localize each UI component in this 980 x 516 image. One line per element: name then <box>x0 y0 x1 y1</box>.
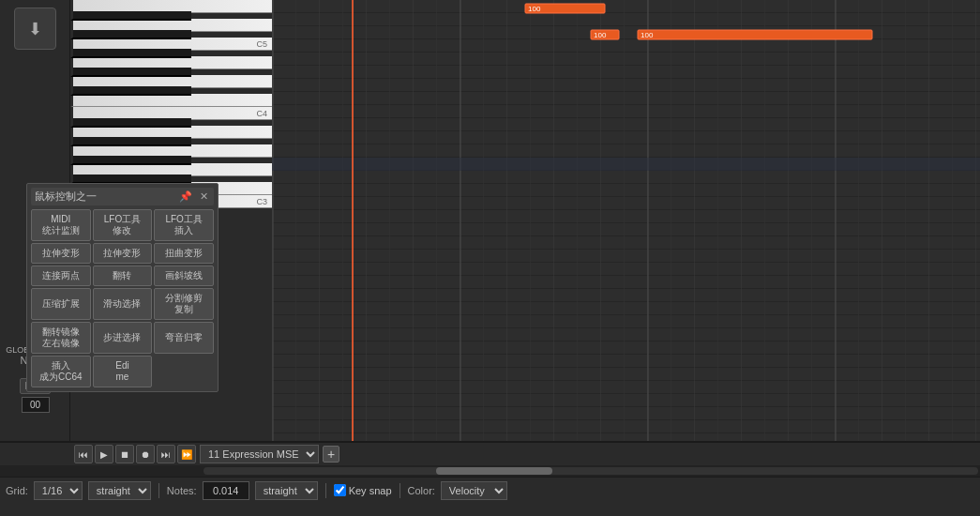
piano-key-black[interactable] <box>70 49 191 58</box>
ctrl-flip[interactable]: 翻转 <box>93 266 153 286</box>
notes-curve-select[interactable]: straight curve <box>255 481 318 500</box>
piano-key-black[interactable] <box>70 30 191 39</box>
key-snap-checkbox[interactable] <box>334 484 346 496</box>
ctrl-step-select[interactable]: 步进选择 <box>93 322 153 354</box>
piano-key-black[interactable] <box>70 86 191 96</box>
h-scrollbar[interactable] <box>0 465 980 477</box>
transport-play[interactable]: ▶ <box>95 445 113 463</box>
toolbar-separator-2 <box>325 483 326 498</box>
toolbar-separator-1 <box>158 483 159 498</box>
transport-next[interactable]: ⏭ <box>157 445 175 463</box>
ctrl-connect-two[interactable]: 连接两点 <box>70 266 91 286</box>
transport-stop[interactable]: ⏹ <box>115 445 134 463</box>
controls-grid: MIDI统计监测 LFO工具修改 LFO工具插入 拉伸变形 拉伸变形 扭曲变形 … <box>70 209 214 387</box>
controls-panel-title: 鼠标控制之一 <box>70 190 97 204</box>
piano-key-black[interactable] <box>70 137 191 146</box>
piano-key-black[interactable] <box>70 11 191 21</box>
ctrl-edit-me[interactable]: Edime <box>93 356 153 387</box>
svg-rect-14 <box>638 30 872 39</box>
grid-svg: 100 100 100 <box>272 0 980 441</box>
piano-key-white[interactable] <box>70 94 272 107</box>
ctrl-compress[interactable]: 压缩扩展 <box>70 288 91 320</box>
ctrl-split-copy[interactable]: 分割修剪复制 <box>154 288 214 320</box>
transport-controls: ⏮ ▶ ⏹ ⏺ ⏭ ⏩ <box>74 445 196 463</box>
ctrl-warp[interactable]: 扭曲变形 <box>154 243 214 264</box>
controls-panel-header: 鼠标控制之一 📌 ✕ <box>70 188 214 205</box>
scrollbar-track[interactable] <box>204 467 978 475</box>
grid-label: Grid: <box>6 485 28 496</box>
ctrl-slide-select[interactable]: 滑动选择 <box>93 288 153 320</box>
ctrl-midi-stats[interactable]: MIDI统计监测 <box>70 209 91 241</box>
automation-header: ⏮ ▶ ⏹ ⏺ ⏭ ⏩ 11 Expression MSE + <box>0 443 980 465</box>
controls-panel-icons: 📌 ✕ <box>177 190 210 203</box>
ctrl-flip-mirror[interactable]: 翻转镜像左右镜像 <box>70 322 91 354</box>
download-button[interactable]: ⬇ <box>14 8 56 50</box>
main-container: ⬇ GLOBAL AUTO NONE BPM 00 C5 <box>0 0 980 516</box>
scrollbar-left-spacer <box>0 465 202 477</box>
download-icon: ⬇ <box>28 19 42 39</box>
ctrl-draw-slope[interactable]: 画斜坡线 <box>154 266 214 286</box>
scrollbar-thumb[interactable] <box>436 467 552 475</box>
color-label: Color: <box>408 485 435 496</box>
svg-text:100: 100 <box>594 31 607 39</box>
automation-select[interactable]: 11 Expression MSE <box>200 445 319 463</box>
ctrl-stretch-left[interactable]: 拉伸变形 <box>70 243 91 264</box>
piano-roll-grid[interactable]: 100 100 100 <box>272 0 980 441</box>
piano-inner: C5 C4 C3 <box>70 0 272 208</box>
ctrl-stretch-left2[interactable]: 拉伸变形 <box>93 243 153 264</box>
svg-rect-9 <box>352 0 354 441</box>
panel-close-btn[interactable]: ✕ <box>198 190 210 203</box>
piano-key-black[interactable] <box>70 68 191 77</box>
bottom-toolbar: Grid: 1/16 1/8 1/4 straight curve Notes:… <box>0 477 980 503</box>
ctrl-bend-restore[interactable]: 弯音归零 <box>154 322 214 354</box>
panel-pin-btn[interactable]: 📌 <box>177 190 194 203</box>
bpm-value: 00 <box>22 397 50 413</box>
color-select[interactable]: Velocity Channel Pitch <box>441 481 507 500</box>
piano-wrapper: C5 C4 C3 鼠标控制之一 <box>70 0 272 441</box>
svg-text:100: 100 <box>641 31 654 39</box>
svg-rect-8 <box>272 158 980 171</box>
ctrl-lfo-modify[interactable]: LFO工具修改 <box>93 209 153 241</box>
grid-curve-select[interactable]: straight curve <box>88 481 151 500</box>
svg-text:100: 100 <box>528 5 541 13</box>
grid-select[interactable]: 1/16 1/8 1/4 <box>34 481 83 500</box>
key-snap-label[interactable]: Key snap <box>334 484 392 496</box>
controls-panel: 鼠标控制之一 📌 ✕ MIDI统计监测 LFO工具修改 LFO工具插入 拉伸变形… <box>70 183 219 392</box>
piano-roll-area: 100 100 100 <box>272 0 980 441</box>
toolbar-separator-3 <box>400 483 400 498</box>
ctrl-lfo-plugin[interactable]: LFO工具插入 <box>154 209 214 241</box>
piano-key-black[interactable] <box>70 118 191 128</box>
ctrl-insert-plugin[interactable]: 插入成为CC64 <box>70 356 91 387</box>
notes-input[interactable] <box>203 481 249 500</box>
svg-rect-7 <box>272 0 980 441</box>
top-area: ⬇ GLOBAL AUTO NONE BPM 00 C5 <box>0 0 980 441</box>
add-automation-button[interactable]: + <box>323 446 339 463</box>
piano-key-black[interactable] <box>70 156 191 165</box>
transport-forward[interactable]: ⏩ <box>177 445 196 463</box>
notes-label: Notes: <box>167 485 197 496</box>
bottom-area: ⏮ ▶ ⏹ ⏺ ⏭ ⏩ 11 Expression MSE + Grid: 1/ <box>0 441 980 516</box>
transport-record[interactable]: ⏺ <box>136 445 155 463</box>
transport-prev[interactable]: ⏮ <box>74 445 93 463</box>
